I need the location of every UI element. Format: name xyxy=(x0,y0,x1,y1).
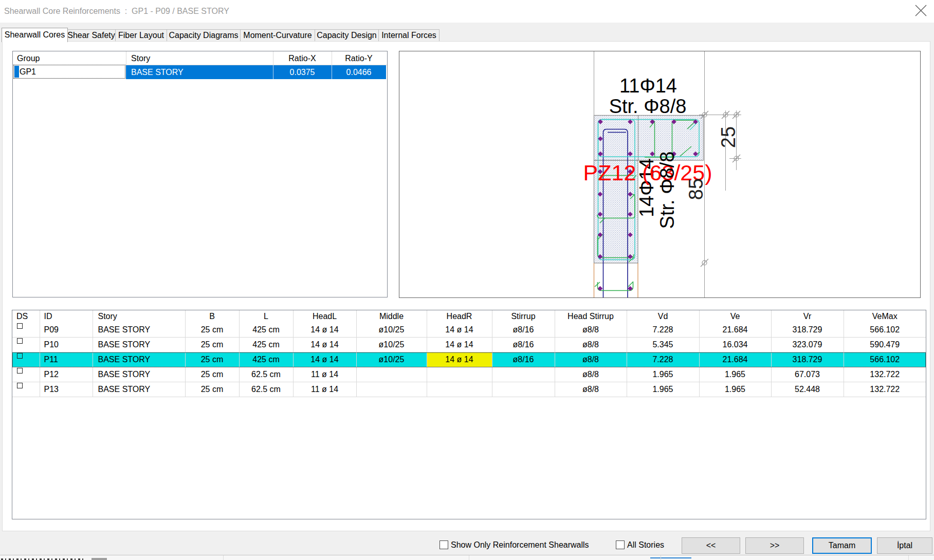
cell-stirrup: ø8/16 xyxy=(492,323,555,338)
show-only-reinforcement-label: Show Only Reinforcement Shearwalls xyxy=(451,540,589,550)
cell-head-stirrup: ø8/8 xyxy=(555,382,627,397)
shearwall-list-table: DS ID Story B L HeadL Middle HeadR Stirr… xyxy=(12,310,926,519)
cell-head-stirrup: ø8/8 xyxy=(555,367,627,382)
col-header-story[interactable]: Story xyxy=(93,310,185,323)
show-only-reinforcement-checkbox[interactable] xyxy=(439,540,448,549)
cell-l: 425 cm xyxy=(239,323,293,338)
tab-shear-safety[interactable]: Shear Safety xyxy=(67,29,116,41)
tab-capacity-diagrams[interactable]: Capacity Diagrams xyxy=(167,29,241,41)
cell-vd: 7.228 xyxy=(627,352,699,367)
cell-vemax: 590.479 xyxy=(844,338,926,352)
cell-middle: ø10/25 xyxy=(356,323,427,338)
table-row-p09[interactable]: P09 BASE STORY 25 cm 425 cm 14 ø 14 ø10/… xyxy=(12,323,926,338)
col-header-stirrup[interactable]: Stirrup xyxy=(492,310,555,323)
cell-ve: 1.965 xyxy=(699,382,771,397)
ratio-y-col-header[interactable]: Ratio-Y xyxy=(332,51,386,65)
cell-stirrup xyxy=(492,367,555,382)
previous-button[interactable]: << xyxy=(682,537,740,554)
table-row-p12[interactable]: P12 BASE STORY 25 cm 62.5 cm 11 ø 14 ø8/… xyxy=(12,367,926,382)
cell-stirrup xyxy=(492,382,555,397)
tab-moment-curvature[interactable]: Moment-Curvature xyxy=(241,29,315,41)
group-row-ratio-x[interactable]: 0.0375 xyxy=(273,65,332,79)
table-row-p11-selected[interactable]: P11 BASE STORY 25 cm 425 cm 14 ø 14 ø10/… xyxy=(12,352,926,367)
table-row-p13[interactable]: P13 BASE STORY 25 cm 62.5 cm 11 ø 14 ø8/… xyxy=(12,382,926,397)
cell-vd: 7.228 xyxy=(627,323,699,338)
drawing-dim-85-label: 85 xyxy=(685,178,707,200)
all-stories-checkbox[interactable] xyxy=(616,540,625,549)
col-header-l[interactable]: L xyxy=(239,310,293,323)
cell-vr: 318.729 xyxy=(771,323,844,338)
col-header-b[interactable]: B xyxy=(185,310,239,323)
cell-story: BASE STORY xyxy=(93,352,185,367)
cell-middle xyxy=(356,382,427,397)
cell-head-stirrup: ø8/8 xyxy=(555,323,627,338)
col-header-headr[interactable]: HeadR xyxy=(427,310,492,323)
cell-b: 25 cm xyxy=(185,323,239,338)
group-table: Group Story Ratio-X Ratio-Y BASE STORY 0… xyxy=(12,51,388,297)
drawing-side-stirrup-label: Str. Φ8/8 xyxy=(656,152,678,229)
cell-vemax: 566.102 xyxy=(844,352,926,367)
story-col-header[interactable]: Story xyxy=(131,51,150,65)
col-header-middle[interactable]: Middle xyxy=(356,310,427,323)
drawing-top-count-label: 11Φ14 xyxy=(619,75,677,97)
cell-ve: 21.684 xyxy=(699,323,771,338)
group-row-story[interactable]: BASE STORY xyxy=(131,65,184,79)
cell-id: P11 xyxy=(40,352,93,367)
ds-checkbox-p11[interactable] xyxy=(17,353,23,359)
ratio-x-col-header[interactable]: Ratio-X xyxy=(273,51,332,65)
col-header-vd[interactable]: Vd xyxy=(627,310,699,323)
group-row-selection[interactable]: BASE STORY 0.0375 0.0466 xyxy=(126,65,386,79)
ok-button[interactable]: Tamam xyxy=(812,537,872,554)
cell-id: P13 xyxy=(40,382,93,397)
ds-checkbox-p12[interactable] xyxy=(17,368,23,374)
ds-checkbox-p13[interactable] xyxy=(17,383,23,388)
group-row-group-cell[interactable]: GP1 xyxy=(13,65,125,79)
group-row-ratio-y[interactable]: 0.0466 xyxy=(332,65,386,79)
cell-ve: 16.034 xyxy=(699,338,771,352)
col-header-vr[interactable]: Vr xyxy=(771,310,844,323)
col-header-ve[interactable]: Ve xyxy=(699,310,771,323)
cancel-button[interactable]: İptal xyxy=(877,537,932,554)
col-header-ds[interactable]: DS xyxy=(12,310,40,323)
cell-middle: ø10/25 xyxy=(356,352,427,367)
cell-vd: 1.965 xyxy=(627,367,699,382)
cell-vd: 1.965 xyxy=(627,382,699,397)
tab-shearwall-cores[interactable]: Shearwall Cores xyxy=(2,28,68,42)
ds-checkbox-p10[interactable] xyxy=(17,338,23,344)
tab-internal-forces[interactable]: Internal Forces xyxy=(379,29,439,41)
cell-vemax: 132.722 xyxy=(844,382,926,397)
cell-headl: 11 ø 14 xyxy=(293,382,356,397)
next-button[interactable]: >> xyxy=(745,537,804,554)
cell-stirrup: ø8/16 xyxy=(492,338,555,352)
cell-vr: 67.073 xyxy=(771,367,844,382)
all-stories-label: All Stories xyxy=(627,540,664,550)
cell-headl: 11 ø 14 xyxy=(293,367,356,382)
cell-middle: ø10/25 xyxy=(356,338,427,352)
cell-b: 25 cm xyxy=(185,352,239,367)
tab-fiber-layout[interactable]: Fiber Layout xyxy=(116,29,167,41)
cell-b: 25 cm xyxy=(185,338,239,352)
close-icon[interactable] xyxy=(913,4,928,18)
group-cell-selection-bar xyxy=(14,66,19,78)
cell-b: 25 cm xyxy=(185,382,239,397)
col-header-id[interactable]: ID xyxy=(40,310,93,323)
cell-headr: 14 ø 14 xyxy=(427,323,492,338)
col-header-head-stirrup[interactable]: Head Stirrup xyxy=(555,310,627,323)
cell-id: P09 xyxy=(40,323,93,338)
cell-story: BASE STORY xyxy=(93,367,185,382)
lower-wall-outline xyxy=(594,263,638,297)
title-bar: Shearwall Core Reinforcements : GP1 - P0… xyxy=(0,0,934,23)
cell-head-stirrup: ø8/8 xyxy=(555,338,627,352)
cell-headr xyxy=(427,367,492,382)
cell-headr: 14 ø 14 xyxy=(427,338,492,352)
col-header-headl[interactable]: HeadL xyxy=(293,310,356,323)
col-header-vemax[interactable]: VeMax xyxy=(844,310,926,323)
tab-capacity-design[interactable]: Capacity Design xyxy=(315,29,379,41)
group-col-header[interactable]: Group xyxy=(17,51,40,65)
cell-headr-highlighted: 14 ø 14 xyxy=(427,352,492,367)
cell-id: P12 xyxy=(40,367,93,382)
cell-headl: 14 ø 14 xyxy=(293,352,356,367)
cell-ve: 1.965 xyxy=(699,367,771,382)
table-row-p10[interactable]: P10 BASE STORY 25 cm 425 cm 14 ø 14 ø10/… xyxy=(12,338,926,352)
ds-checkbox-p09[interactable] xyxy=(17,323,23,329)
